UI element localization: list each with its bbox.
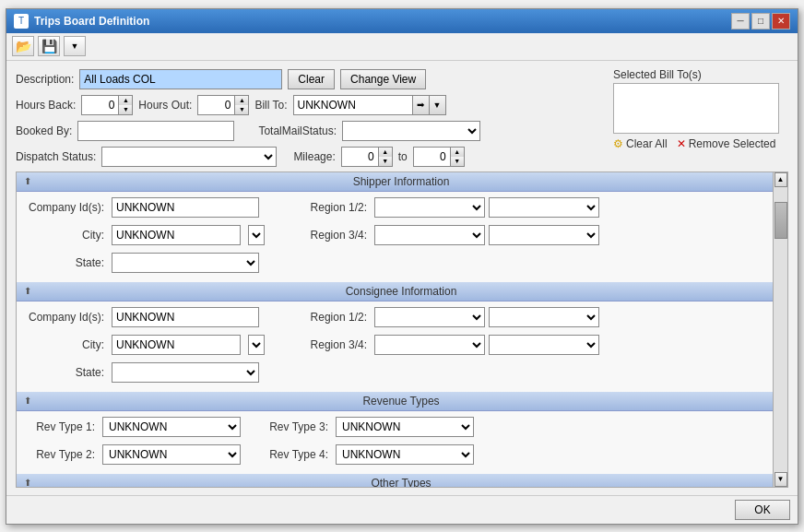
shipper-collapse-icon: ⬆ (24, 176, 31, 186)
consignee-company-input[interactable] (112, 307, 259, 327)
description-row: Description: Clear Change View (16, 68, 604, 90)
shipper-region12-label: Region 1/2: (293, 201, 367, 214)
shipper-region34-group (374, 225, 599, 245)
rev-type2-label: Rev Type 2: (26, 448, 95, 461)
clear-all-icon: ⚙ (613, 137, 623, 150)
hours-out-arrows: ▲ ▼ (234, 95, 249, 115)
rev-type4-row: Rev Type 4: UNKNOWN (259, 444, 474, 465)
total-mail-status-select[interactable] (342, 121, 480, 141)
consignee-region34-select1[interactable] (374, 335, 485, 355)
scroll-down-button[interactable]: ▼ (774, 472, 787, 487)
consignee-city-input[interactable] (112, 335, 241, 355)
shipper-region12-row: Region 1/2: (293, 197, 599, 218)
hours-back-down[interactable]: ▼ (119, 105, 132, 114)
consignee-region12-label: Region 1/2: (293, 311, 367, 324)
close-button[interactable]: ✕ (772, 13, 790, 30)
shipper-state-select[interactable] (112, 253, 259, 273)
consignee-state-row: State: (26, 362, 275, 383)
scrollbar[interactable]: ▲ ▼ (773, 172, 787, 487)
shipper-region34-row: Region 3/4: (293, 225, 599, 245)
consignee-section-title: Consignee Information (37, 285, 765, 298)
scroll-thumb[interactable] (774, 202, 787, 239)
other-section-header[interactable]: ⬆ Other Types (17, 474, 773, 487)
bill-to-arrow-button[interactable]: ➡ (413, 95, 430, 115)
consignee-state-label: State: (26, 366, 104, 379)
shipper-region34-select1[interactable] (374, 225, 485, 245)
total-mail-status-label: TotalMailStatus: (258, 124, 337, 137)
shipper-region12-select1[interactable] (374, 197, 485, 218)
bill-to-input[interactable] (293, 95, 413, 115)
shipper-section-header[interactable]: ⬆ Shipper Information (17, 172, 773, 192)
consignee-city-select[interactable]: ▼ (248, 335, 265, 355)
shipper-city-input[interactable] (112, 225, 241, 245)
rev-type2-row: Rev Type 2: UNKNOWN (26, 444, 241, 465)
hours-back-spinner: ▲ ▼ (81, 95, 133, 115)
rev-type1-row: Rev Type 1: UNKNOWN (26, 417, 241, 437)
hours-out-label: Hours Out: (138, 99, 192, 112)
shipper-state-label: State: (26, 256, 104, 269)
window-title: Trips Board Definition (34, 15, 149, 28)
main-content: Description: Clear Change View Hours Bac… (6, 61, 798, 495)
remove-selected-button[interactable]: ✕ Remove Selected (677, 137, 776, 150)
hours-back-label: Hours Back: (16, 99, 76, 112)
booked-by-label: Booked By: (16, 124, 72, 137)
hours-out-down[interactable]: ▼ (235, 105, 248, 114)
shipper-company-input[interactable] (112, 197, 259, 218)
scroll-up-button[interactable]: ▲ (774, 172, 787, 187)
hours-back-up[interactable]: ▲ (119, 96, 132, 105)
dispatch-status-select[interactable] (101, 147, 277, 167)
dropdown-arrow[interactable]: ▼ (64, 36, 86, 56)
mileage-from-down[interactable]: ▼ (379, 157, 392, 166)
maximize-button[interactable]: □ (751, 13, 770, 30)
shipper-region34-select2[interactable] (489, 225, 599, 245)
revenue-section-content: Rev Type 1: UNKNOWN Rev Type 2: UNKNOWN (17, 411, 773, 474)
consignee-state-select[interactable] (112, 362, 259, 383)
mileage-to-up[interactable]: ▲ (451, 148, 464, 157)
consignee-region12-select1[interactable] (374, 307, 485, 327)
consignee-region12-select2[interactable] (489, 307, 599, 327)
minimize-button[interactable]: ─ (731, 13, 750, 30)
consignee-region34-group (374, 335, 599, 355)
consignee-region12-group (374, 307, 599, 327)
mileage-to-label: to (398, 150, 408, 163)
mileage-from-input[interactable] (341, 147, 378, 167)
shipper-region12-select2[interactable] (489, 197, 599, 218)
consignee-region34-select2[interactable] (489, 335, 599, 355)
bill-to-group: ➡ ▼ (293, 95, 446, 115)
consignee-company-label: Company Id(s): (26, 311, 104, 324)
dispatch-row: Dispatch Status: Mileage: ▲ ▼ to (16, 146, 604, 168)
mileage-label: Mileage: (293, 150, 335, 163)
rev-type1-select[interactable]: UNKNOWN (102, 417, 241, 437)
revenue-section-header[interactable]: ⬆ Revenue Types (17, 392, 773, 411)
clear-button[interactable]: Clear (288, 69, 335, 89)
title-bar-left: T Trips Board Definition (14, 14, 149, 29)
shipper-city-select[interactable]: ▼ (248, 225, 265, 245)
bill-to-dropdown-button[interactable]: ▼ (430, 95, 446, 115)
open-button[interactable]: 📂 (12, 36, 34, 56)
rev-type2-select[interactable]: UNKNOWN (102, 444, 241, 465)
mileage-from-up[interactable]: ▲ (379, 148, 392, 157)
rev-type3-select[interactable]: UNKNOWN (336, 417, 474, 437)
rev-type4-select[interactable]: UNKNOWN (336, 444, 474, 465)
consignee-section-content: Company Id(s): City: ▼ State: (17, 301, 773, 392)
shipper-company-row: Company Id(s): (26, 197, 275, 218)
window-icon: T (14, 14, 29, 29)
dispatch-status-label: Dispatch Status: (16, 150, 96, 163)
description-input[interactable] (79, 69, 282, 89)
hours-out-up[interactable]: ▲ (235, 96, 248, 105)
rev-type4-label: Rev Type 4: (259, 448, 328, 461)
clear-all-button[interactable]: ⚙ Clear All (613, 137, 668, 150)
consignee-region34-row: Region 3/4: (293, 335, 599, 355)
mileage-to-input[interactable] (413, 147, 450, 167)
hours-back-input[interactable] (81, 95, 118, 115)
consignee-collapse-icon: ⬆ (24, 286, 31, 296)
booked-by-input[interactable] (77, 121, 234, 141)
save-button[interactable]: 💾 (38, 36, 60, 56)
hours-out-input[interactable] (197, 95, 234, 115)
change-view-button[interactable]: Change View (340, 69, 426, 89)
hours-row: Hours Back: ▲ ▼ Hours Out: ▲ ▼ (16, 94, 604, 116)
mileage-to-down[interactable]: ▼ (451, 157, 464, 166)
ok-button[interactable]: OK (735, 500, 790, 520)
remove-icon: ✕ (677, 137, 686, 150)
consignee-section-header[interactable]: ⬆ Consignee Information (17, 282, 773, 301)
